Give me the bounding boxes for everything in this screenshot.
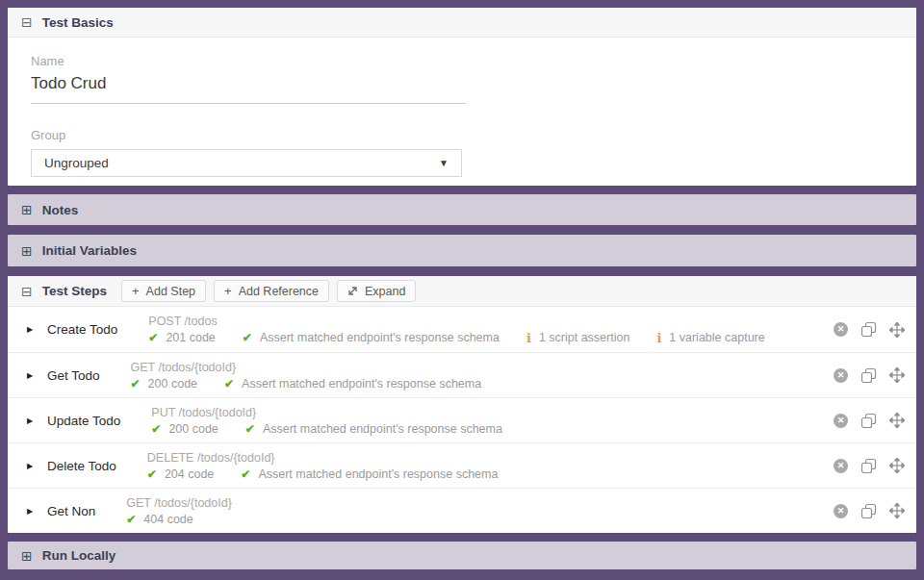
- check-icon: ✔: [245, 423, 255, 435]
- assertion-info: i 1 script assertion: [526, 331, 629, 344]
- step-info: POST /todos ✔ 201 code ✔ Assert matched …: [148, 315, 791, 344]
- plus-icon: +: [132, 284, 140, 298]
- run-locally-title: Run Locally: [42, 548, 116, 563]
- test-name-input[interactable]: Todo Crud: [31, 68, 466, 104]
- caret-right-icon[interactable]: ▶: [27, 416, 37, 425]
- name-label: Name: [31, 54, 893, 68]
- assertion-pass: ✔ 404 code: [126, 513, 193, 526]
- collapse-plus-icon[interactable]: ⊞: [21, 244, 33, 258]
- info-icon: i: [656, 332, 661, 344]
- test-basics-header[interactable]: ⊟ Test Basics: [8, 8, 916, 38]
- check-icon: ✔: [131, 378, 141, 390]
- expand-button[interactable]: Expand: [337, 280, 416, 302]
- add-reference-button[interactable]: + Add Reference: [214, 280, 329, 302]
- add-step-button[interactable]: + Add Step: [121, 280, 206, 302]
- delete-step-icon[interactable]: ✕: [834, 459, 848, 473]
- delete-step-icon[interactable]: ✕: [834, 504, 848, 518]
- step-actions: ✕: [834, 321, 905, 338]
- move-step-icon[interactable]: [889, 322, 905, 338]
- delete-step-icon[interactable]: ✕: [834, 414, 848, 428]
- move-step-icon[interactable]: [889, 367, 905, 383]
- assertion-pass: ✔ Assert matched endpoint's response sch…: [241, 467, 498, 481]
- step-assertions: ✔ 201 code ✔ Assert matched endpoint's r…: [148, 331, 791, 344]
- test-step-row-create-todo[interactable]: ▶ Create Todo POST /todos ✔ 201 code ✔ A…: [8, 307, 916, 352]
- step-assertions: ✔ 200 code ✔ Assert matched endpoint's r…: [151, 422, 529, 436]
- step-request: DELETE /todos/{todoId}: [147, 451, 526, 465]
- assertion-pass: ✔ 200 code: [151, 422, 218, 436]
- assertion-label: 1 script assertion: [539, 331, 629, 344]
- step-assertions: ✔ 204 code ✔ Assert matched endpoint's r…: [147, 467, 526, 481]
- assertion-label: Assert matched endpoint's response schem…: [258, 467, 498, 481]
- delete-step-icon[interactable]: ✕: [834, 322, 848, 337]
- duplicate-step-icon[interactable]: [860, 503, 877, 519]
- test-step-row-get-todo[interactable]: ▶ Get Todo GET /todos/{todoId} ✔ 200 cod…: [8, 352, 916, 397]
- caret-right-icon[interactable]: ▶: [27, 507, 37, 516]
- assertion-label: 200 code: [168, 422, 218, 436]
- step-request: GET /todos/{todoId}: [131, 361, 509, 374]
- assertion-pass: ✔ Assert matched endpoint's response sch…: [243, 331, 500, 344]
- move-step-icon[interactable]: [889, 503, 905, 518]
- initial-variables-section-bar[interactable]: ⊞ Initial Variables: [8, 235, 916, 266]
- test-step-row-delete-todo[interactable]: ▶ Delete Todo DELETE /todos/{todoId} ✔ 2…: [8, 442, 916, 488]
- assertion-pass: ✔ 200 code: [131, 377, 198, 391]
- group-select[interactable]: Ungrouped ▼: [31, 149, 462, 177]
- assertion-label: 404 code: [143, 513, 192, 526]
- run-locally-section-bar[interactable]: ⊞ Run Locally: [8, 542, 916, 569]
- expand-icon: [347, 286, 358, 296]
- collapse-plus-icon[interactable]: ⊞: [21, 549, 33, 563]
- assertion-label: Assert matched endpoint's response schem…: [263, 422, 502, 436]
- assertion-pass: ✔ 204 code: [147, 467, 215, 481]
- check-icon: ✔: [151, 423, 161, 435]
- step-actions: ✕: [834, 503, 905, 519]
- step-info: DELETE /todos/{todoId} ✔ 204 code ✔ Asse…: [147, 451, 526, 481]
- group-select-value: Ungrouped: [44, 156, 109, 170]
- assertion-label: 200 code: [148, 377, 197, 391]
- test-steps-panel: ⊟ Test Steps + Add Step + Add Reference …: [8, 276, 916, 533]
- notes-section-bar[interactable]: ⊞ Notes: [8, 194, 916, 225]
- test-step-row-update-todo[interactable]: ▶ Update Todo PUT /todos/{todoId} ✔ 200 …: [8, 397, 916, 442]
- check-icon: ✔: [224, 378, 234, 390]
- assertion-pass: ✔ Assert matched endpoint's response sch…: [224, 377, 481, 391]
- expand-label: Expand: [365, 285, 405, 298]
- check-icon: ✔: [241, 468, 250, 480]
- duplicate-step-icon[interactable]: [860, 413, 877, 429]
- assertion-label: Assert matched endpoint's response schem…: [242, 377, 481, 391]
- chevron-down-icon: ▼: [439, 158, 449, 168]
- duplicate-step-icon[interactable]: [860, 321, 877, 338]
- step-assertions: ✔ 404 code: [126, 513, 232, 526]
- step-name: Get Todo: [47, 368, 100, 383]
- assertion-label: 204 code: [165, 467, 214, 481]
- step-info: GET /todos/{todoId} ✔ 404 code: [126, 496, 232, 526]
- step-request: PUT /todos/{todoId}: [151, 406, 529, 419]
- delete-step-icon[interactable]: ✕: [834, 368, 848, 383]
- step-name: Update Todo: [47, 414, 120, 428]
- move-step-icon[interactable]: [889, 458, 905, 473]
- step-request: POST /todos: [148, 315, 791, 328]
- collapse-plus-icon[interactable]: ⊞: [21, 203, 33, 216]
- caret-right-icon[interactable]: ▶: [27, 462, 37, 470]
- duplicate-step-icon[interactable]: [860, 458, 877, 474]
- assertion-info: i 1 variable capture: [656, 331, 764, 344]
- caret-right-icon[interactable]: ▶: [27, 325, 37, 334]
- collapse-minus-icon[interactable]: ⊟: [21, 285, 33, 298]
- step-request: GET /todos/{todoId}: [126, 496, 232, 510]
- test-steps-header[interactable]: ⊟ Test Steps + Add Step + Add Reference …: [8, 276, 916, 307]
- page: ⊟ Test Basics Name Todo Crud Group Ungro…: [0, 0, 924, 577]
- duplicate-step-icon[interactable]: [860, 367, 877, 384]
- info-icon: i: [526, 332, 531, 344]
- caret-right-icon[interactable]: ▶: [27, 371, 37, 380]
- notes-title: Notes: [42, 203, 79, 217]
- collapse-minus-icon[interactable]: ⊟: [21, 15, 33, 29]
- group-label: Group: [31, 128, 893, 142]
- step-assertions: ✔ 200 code ✔ Assert matched endpoint's r…: [131, 377, 509, 391]
- check-icon: ✔: [243, 332, 252, 343]
- test-basics-panel: ⊟ Test Basics Name Todo Crud Group Ungro…: [8, 8, 916, 186]
- check-icon: ✔: [147, 468, 157, 480]
- move-step-icon[interactable]: [889, 413, 905, 428]
- step-info: PUT /todos/{todoId} ✔ 200 code ✔ Assert …: [151, 406, 529, 436]
- step-name: Delete Todo: [47, 459, 116, 473]
- test-step-row-get-non[interactable]: ▶ Get Non GET /todos/{todoId} ✔ 404 code…: [8, 488, 916, 533]
- initial-variables-title: Initial Variables: [42, 243, 137, 258]
- test-basics-body: Name Todo Crud Group Ungrouped ▼: [8, 38, 916, 186]
- check-icon: ✔: [126, 514, 136, 525]
